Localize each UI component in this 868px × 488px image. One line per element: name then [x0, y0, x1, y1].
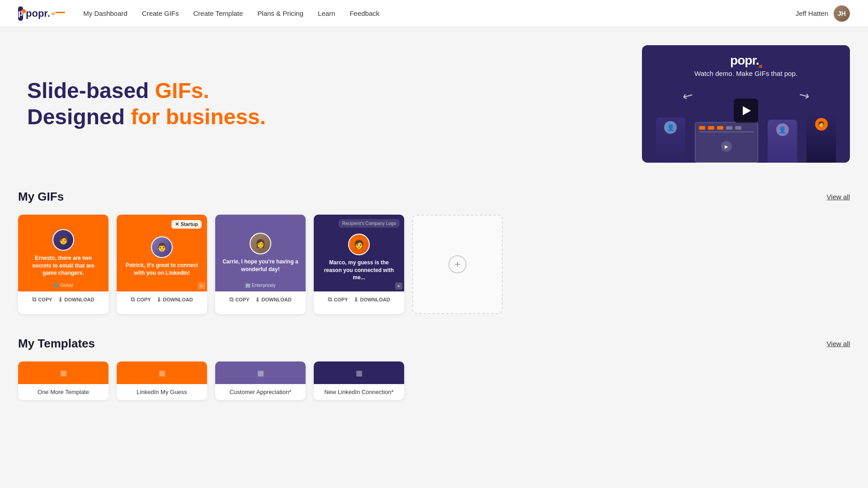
- copy-label-4: COPY: [334, 297, 348, 302]
- my-gifs-section: My GIFs View all 🧑 Ernesto, there are tw…: [18, 190, 850, 314]
- nav-user-area: Jeff Hatten JH: [796, 5, 850, 22]
- template-cards-row: ▦ One More Template ▦ LinkedIn My Guess …: [18, 361, 850, 400]
- hero-line2-normal: Designed: [27, 105, 131, 129]
- play-button[interactable]: [734, 99, 758, 123]
- my-templates-section: My Templates View all ▦ One More Templat…: [18, 337, 850, 400]
- gif-card-4-download[interactable]: ⬇ DOWNLOAD: [354, 296, 390, 303]
- gif-card-2-brand: ✕ Startup: [171, 220, 202, 229]
- gif-card-3-avatar: 👩: [250, 233, 271, 254]
- add-circle-icon: +: [448, 255, 467, 273]
- video-logo: popr.ai: [642, 53, 850, 69]
- download-label-1: DOWNLOAD: [65, 297, 94, 302]
- gif-card-3-logo: 🏢 Enterprizely: [215, 283, 306, 288]
- char-3: 🧑: [807, 115, 836, 163]
- gif-card-4-preview: Recipient's Company Logo 🧑 Marco, my gue…: [314, 215, 404, 291]
- template-card-2-preview: ▦: [117, 361, 207, 384]
- gif-card-3-download[interactable]: ⬇ DOWNLOAD: [255, 296, 292, 303]
- logo-ai-text: ai: [52, 11, 55, 16]
- template-card-4-label: New LinkedIn Connection*: [314, 384, 404, 400]
- gif-card-1-download[interactable]: ⬇ DOWNLOAD: [58, 296, 94, 303]
- my-gifs-view-all[interactable]: View all: [827, 193, 850, 201]
- gif-card-1-copy[interactable]: ⧉ COPY: [32, 296, 52, 303]
- video-arrow-left: ↙: [679, 86, 696, 104]
- copy-icon-3: ⧉: [229, 296, 233, 303]
- video-tagline: Watch demo. Make GIFs that pop.: [642, 70, 850, 77]
- nav-plans-pricing[interactable]: Plans & Pricing: [257, 9, 303, 17]
- nav-create-gifs[interactable]: Create GIFs: [142, 9, 179, 17]
- gif-card-4-text: Marco, my guess is the reason you connec…: [321, 259, 397, 282]
- gif-card-2-copy[interactable]: ⧉ COPY: [131, 296, 151, 303]
- logo-icon: p: [18, 6, 23, 21]
- video-logo-ai: ai: [759, 64, 762, 69]
- my-templates-view-all[interactable]: View all: [827, 340, 850, 347]
- slide-mockup: ▶: [695, 122, 758, 163]
- nav-learn[interactable]: Learn: [318, 9, 335, 17]
- avatar[interactable]: JH: [834, 5, 850, 22]
- nav-feedback[interactable]: Feedback: [349, 9, 379, 17]
- navbar: p popr. ai My Dashboard Create GIFs Crea…: [0, 0, 868, 27]
- char-1-head: 👤: [664, 121, 677, 134]
- gif-card-3: 👩 Carrie, I hope you're having a wonderf…: [215, 215, 306, 314]
- template-card-3-label: Customer Appreciation*: [215, 384, 306, 400]
- gif-card-4-corner: [395, 282, 402, 290]
- gif-card-2-avatar: 👨: [151, 236, 173, 258]
- copy-icon-1: ⧉: [32, 296, 36, 303]
- gif-card-1-logo: 🌐 Global: [18, 283, 108, 288]
- my-gifs-header: My GIFs View all: [18, 190, 850, 204]
- video-inner: popr.ai Watch demo. Make GIFs that pop. …: [642, 45, 850, 163]
- gif-card-4-avatar: 🧑: [348, 234, 370, 255]
- gif-card-1: 🧑 Ernesto, there are two secrets to emai…: [18, 215, 108, 314]
- nav-my-dashboard[interactable]: My Dashboard: [83, 9, 127, 17]
- template-card-2[interactable]: ▦ LinkedIn My Guess: [117, 361, 207, 400]
- template-card-3-preview: ▦: [215, 361, 306, 384]
- hero-video[interactable]: popr.ai Watch demo. Make GIFs that pop. …: [642, 45, 850, 163]
- gif-cards-row: 🧑 Ernesto, there are two secrets to emai…: [18, 215, 850, 314]
- copy-label-1: COPY: [38, 297, 52, 302]
- char-2: 👤: [768, 120, 797, 163]
- template-card-1-preview: ▦: [18, 361, 108, 384]
- gif-card-1-avatar: 🧑: [52, 229, 74, 251]
- gif-card-2: ✕ Startup 👨 Patrick, it's great to conne…: [117, 215, 207, 314]
- hero-heading: Slide-based GIFs. Designed for business.: [27, 78, 615, 130]
- logo-text: popr.: [26, 8, 50, 19]
- logo[interactable]: p popr. ai: [18, 6, 65, 21]
- hero-line2-highlight: for business.: [131, 105, 266, 129]
- my-templates-title: My Templates: [18, 337, 95, 351]
- download-label-3: DOWNLOAD: [262, 297, 292, 302]
- gif-card-2-corner: [198, 282, 205, 290]
- my-gifs-title: My GIFs: [18, 190, 64, 204]
- nav-create-template[interactable]: Create Template: [193, 9, 243, 17]
- template-card-2-label: LinkedIn My Guess: [117, 384, 207, 400]
- main-content: Slide-based GIFs. Designed for business.…: [0, 27, 868, 450]
- avatar-person-4: 🧑: [349, 235, 369, 254]
- avatar-person-2: 👨: [152, 237, 172, 257]
- gif-card-1-text: Ernesto, there are two secrets to email …: [25, 254, 101, 277]
- template-card-1[interactable]: ▦ One More Template: [18, 361, 108, 400]
- add-gif-card[interactable]: +: [412, 215, 503, 314]
- char-2-head: 👤: [776, 123, 789, 136]
- my-templates-header: My Templates View all: [18, 337, 850, 351]
- download-icon-2: ⬇: [156, 296, 161, 303]
- hero-text: Slide-based GIFs. Designed for business.: [18, 78, 615, 130]
- template-card-1-label: One More Template: [18, 384, 108, 400]
- logo-underline: [56, 12, 65, 13]
- avatar-person-1: 🧑: [53, 230, 73, 250]
- copy-label-3: COPY: [235, 297, 249, 302]
- gif-card-3-text: Carrie, I hope you're having a wonderful…: [222, 258, 298, 273]
- gif-card-1-actions: ⧉ COPY ⬇ DOWNLOAD: [18, 291, 108, 308]
- download-icon-3: ⬇: [255, 296, 260, 303]
- gif-card-3-actions: ⧉ COPY ⬇ DOWNLOAD: [215, 291, 306, 308]
- template-card-4[interactable]: ▦ New LinkedIn Connection*: [314, 361, 404, 400]
- gif-card-3-copy[interactable]: ⧉ COPY: [229, 296, 249, 303]
- gif-card-2-download[interactable]: ⬇ DOWNLOAD: [156, 296, 193, 303]
- gif-card-4-actions: ⧉ COPY ⬇ DOWNLOAD: [314, 291, 404, 308]
- gif-card-4-copy[interactable]: ⧉ COPY: [328, 296, 348, 303]
- avatar-person-3: 👩: [250, 234, 270, 253]
- char-1: 👤: [656, 117, 685, 163]
- template-card-3[interactable]: ▦ Customer Appreciation*: [215, 361, 306, 400]
- hero-section: Slide-based GIFs. Designed for business.…: [18, 45, 850, 163]
- gif-card-4: Recipient's Company Logo 🧑 Marco, my gue…: [314, 215, 404, 314]
- gif-card-2-actions: ⧉ COPY ⬇ DOWNLOAD: [117, 291, 207, 308]
- download-label-2: DOWNLOAD: [163, 297, 193, 302]
- username-label: Jeff Hatten: [796, 9, 828, 17]
